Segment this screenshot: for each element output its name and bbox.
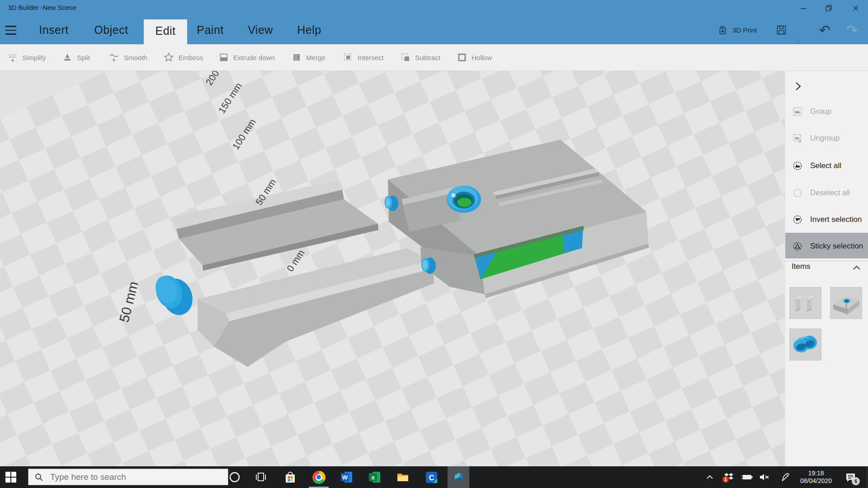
ungroup-icon: [793, 133, 802, 143]
intersect-icon: [343, 52, 353, 62]
emboss-icon: [163, 52, 174, 63]
restore-button[interactable]: [818, 2, 839, 14]
taskbar-edge[interactable]: C: [420, 466, 442, 488]
invert-selection-icon: [793, 215, 802, 225]
sidebar-item-deselect-all[interactable]: Deselect all: [785, 184, 868, 202]
tray-time-value: 19:18: [792, 469, 840, 477]
menu-bar: Insert Object Edit Paint View Help 3D Pr…: [0, 16, 868, 44]
item-thumbnail-body[interactable]: [830, 287, 862, 319]
tray-dropbox[interactable]: 1: [720, 466, 738, 488]
rails-thumbnail-graphic: [790, 287, 821, 319]
subtract-icon: [401, 52, 410, 62]
3d-viewport[interactable]: 200 mm 150 mm 100 mm 50 mm 0 mm 50 mm: [0, 71, 785, 466]
3d-builder-icon: [452, 471, 465, 483]
tray-clock[interactable]: 19:18 08/04/2020: [792, 469, 840, 485]
taskbar-search[interactable]: [28, 469, 228, 485]
item-thumbnail-rails[interactable]: [789, 287, 821, 319]
tray-action-center[interactable]: 6: [840, 466, 862, 488]
windows-logo-icon: [5, 472, 16, 483]
sidebar-divider: [785, 261, 868, 261]
menu-edit[interactable]: Edit: [144, 19, 187, 44]
item-thumbnail-blue-part[interactable]: [789, 328, 821, 361]
hollow-icon: [457, 52, 467, 62]
minimize-button[interactable]: [793, 2, 814, 14]
collapse-panel-button[interactable]: [793, 81, 803, 94]
tray-volume[interactable]: [755, 466, 774, 488]
3d-print-label: 3D Print: [732, 26, 757, 34]
edge-letter: C: [429, 474, 434, 481]
menu-insert[interactable]: Insert: [31, 16, 76, 44]
taskbar-3d-builder-active[interactable]: [448, 466, 469, 488]
windows-taskbar: W x C: [0, 466, 868, 488]
word-letter: W: [342, 474, 348, 481]
taskbar-word[interactable]: W: [336, 466, 358, 488]
taskbar-task-view[interactable]: [250, 466, 271, 488]
select-all-icon: [793, 161, 802, 171]
edge-icon: C: [425, 471, 438, 484]
sidebar-item-group[interactable]: Group: [785, 103, 868, 121]
cortana-icon: [229, 471, 241, 483]
model-rail-upper[interactable]: [173, 180, 378, 271]
sidebar-item-sticky-selection[interactable]: Sticky selection: [785, 237, 868, 255]
chrome-icon: [312, 471, 326, 484]
tool-extrude-down[interactable]: Extrude down: [219, 44, 275, 70]
3d-builder-window: 3D Builder -New Scene Insert Object Edit…: [0, 0, 868, 488]
menu-help[interactable]: Help: [287, 16, 332, 44]
deselect-all-icon: [793, 188, 802, 198]
model-blue-peg-top[interactable]: [385, 196, 399, 211]
menu-view[interactable]: View: [238, 16, 283, 44]
tool-intersect[interactable]: Intersect: [343, 44, 384, 70]
search-icon: [35, 473, 43, 481]
taskbar-file-explorer[interactable]: [392, 466, 414, 488]
chevron-up-icon: [852, 264, 861, 271]
3d-print-icon: [718, 25, 729, 36]
redo-button[interactable]: ↷: [846, 16, 858, 44]
taskbar-store[interactable]: [279, 466, 301, 488]
chevron-right-icon: [793, 81, 803, 92]
excel-letter: x: [371, 474, 375, 481]
show-desktop-strip[interactable]: [867, 466, 867, 488]
tool-smooth[interactable]: Smooth: [108, 44, 147, 70]
merge-icon: [292, 52, 302, 62]
minimize-icon: [800, 5, 807, 11]
taskbar-chrome[interactable]: [308, 466, 330, 488]
hamburger-menu-button[interactable]: [5, 26, 21, 35]
word-icon: W: [340, 470, 354, 484]
edit-toolbar: Simplify Split Smooth Emboss: [0, 44, 868, 71]
edit-sidebar: Group Ungroup Select all Deselect all: [785, 71, 868, 466]
search-input[interactable]: [49, 472, 205, 483]
save-button[interactable]: [776, 16, 787, 44]
tool-split[interactable]: Split: [62, 44, 90, 70]
taskbar-excel[interactable]: x: [364, 466, 386, 488]
chevron-up-tray-icon: [706, 474, 713, 480]
close-button[interactable]: [845, 2, 866, 14]
menu-object[interactable]: Object: [89, 16, 134, 44]
tray-battery[interactable]: [738, 466, 756, 488]
tool-subtract[interactable]: Subtract: [401, 44, 440, 70]
3d-print-button[interactable]: 3D Print: [718, 16, 757, 44]
split-icon: [62, 52, 72, 62]
excel-icon: x: [368, 470, 382, 484]
model-rail-lower[interactable]: [198, 248, 434, 367]
pen-icon: [781, 472, 791, 482]
smooth-icon: [108, 52, 119, 62]
body-thumbnail-graphic: [830, 287, 862, 319]
tray-show-hidden-icons[interactable]: [700, 466, 720, 488]
items-collapse-button[interactable]: [852, 264, 861, 272]
tool-simplify[interactable]: Simplify: [8, 44, 46, 70]
start-button[interactable]: [0, 466, 22, 488]
tool-emboss[interactable]: Emboss: [163, 44, 203, 70]
sidebar-item-select-all[interactable]: Select all: [785, 157, 868, 175]
sidebar-item-invert-selection[interactable]: Invert selection: [785, 211, 868, 229]
taskbar-cortana[interactable]: [224, 466, 245, 488]
model-blue-ring[interactable]: [447, 186, 481, 213]
tool-merge[interactable]: Merge: [292, 44, 326, 70]
menu-paint[interactable]: Paint: [188, 16, 233, 44]
sidebar-item-ungroup[interactable]: Ungroup: [785, 129, 868, 147]
tool-hollow[interactable]: Hollow: [457, 44, 492, 70]
save-icon: [776, 24, 787, 36]
blue-part-thumbnail-graphic: [790, 329, 821, 360]
model-blue-connector[interactable]: [152, 272, 197, 319]
task-view-icon: [255, 471, 266, 483]
undo-button[interactable]: ↶: [819, 16, 830, 44]
